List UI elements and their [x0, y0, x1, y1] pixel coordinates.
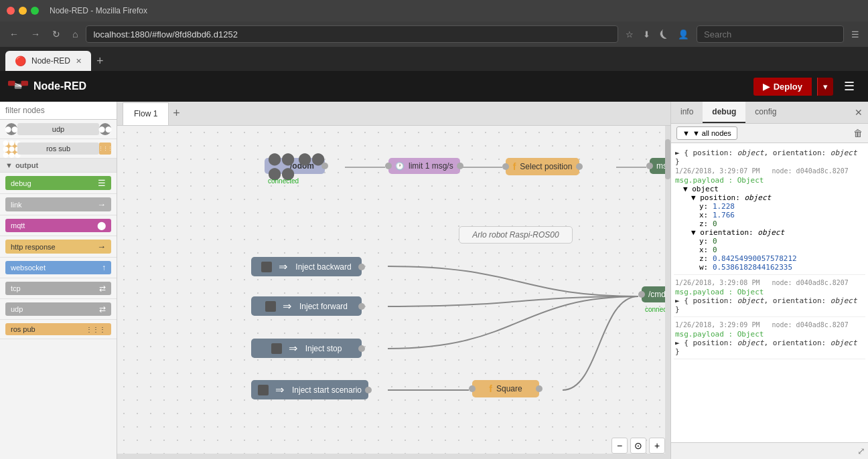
bottom-scrollbar[interactable]: [117, 454, 665, 459]
profile-btn[interactable]: 👤: [674, 27, 693, 41]
udp-icon-right: ⬤⬤: [99, 123, 111, 135]
inject-backward-port-indicator: [261, 262, 272, 272]
msgpayload-input-port: [646, 163, 653, 169]
node-sidebar: ⬤⬤ udp ⬤⬤ ⬤⬤⬤ ⬤⬤⬤ ⬤⬤⬤ ros sub ⋮⋮⋮ ▼ ou: [0, 102, 117, 459]
debug-expand-1[interactable]: ► { position: object, orientation: objec…: [675, 149, 864, 166]
debug-msg-label-1[interactable]: msg.payload : Object: [675, 176, 864, 185]
clear-debug-btn[interactable]: 🗑: [853, 128, 863, 139]
app-logo: Node-RED: [8, 80, 86, 93]
zoom-in-btn[interactable]: +: [649, 438, 665, 454]
inject-forward-label: Inject forward: [299, 302, 348, 311]
node-item-debug[interactable]: debug ☰: [0, 173, 117, 194]
browser-menu-btn[interactable]: ☰: [848, 27, 863, 41]
browser-search-input[interactable]: [697, 25, 844, 43]
inject-stop-node[interactable]: ⇒ Inject stop: [251, 339, 365, 358]
debug-msg-label-3[interactable]: msg.payload : Object: [675, 330, 864, 339]
address-bar[interactable]: [86, 25, 618, 43]
inject-scenario-node[interactable]: ⇒ Inject start scenario: [251, 380, 372, 399]
all-nodes-label: ▼ all nodes: [693, 129, 731, 137]
nav-icons: ☆ ⬇ ⏾ 👤: [622, 27, 693, 41]
maximize-window-btn[interactable]: [31, 7, 39, 15]
back-btn[interactable]: ←: [5, 26, 23, 42]
inject-scenario-label: Inject start scenario: [292, 385, 362, 395]
browser-tab[interactable]: 🔴 Node-RED ✕: [5, 51, 91, 71]
add-flow-btn[interactable]: +: [173, 106, 180, 120]
zoom-out-btn[interactable]: −: [611, 438, 628, 454]
debug-expand-3[interactable]: ► { position: object, orientation: objec…: [675, 339, 864, 356]
node-item-http-response[interactable]: http response →: [0, 236, 117, 258]
inject-backward-output-port: [358, 264, 365, 270]
node-item-ros-pub[interactable]: ros pub ⋮⋮⋮: [0, 320, 117, 339]
node-item-websocket[interactable]: websocket ↑: [0, 258, 117, 278]
flow-tab-1[interactable]: Flow 1: [123, 102, 169, 125]
output-category[interactable]: ▼ output: [0, 159, 117, 173]
flow-canvas: Flow 1 +: [117, 102, 670, 459]
odom-node[interactable]: ⬤⬤ ⬤⬤ ⬤⬤ /odom connected: [265, 158, 328, 174]
inject-stop-output-port: [358, 345, 365, 352]
inject-forward-port-indicator: [265, 301, 276, 312]
app-menu-btn[interactable]: ☰: [839, 76, 860, 96]
close-window-btn[interactable]: [7, 7, 15, 15]
tab-info-label: info: [680, 107, 693, 116]
debug-entry-1: ► { position: object, orientation: objec…: [674, 146, 865, 275]
tab-info[interactable]: info: [671, 102, 703, 123]
debug-msg-label-2[interactable]: msg.payload : Object: [675, 288, 864, 296]
right-panel-close-btn[interactable]: ✕: [849, 104, 868, 120]
debug-meta-1: 1/26/2018, 3:29:07 PM node: d040ad8c.820…: [675, 167, 864, 175]
browser-nav: ← → ↻ ⌂ ☆ ⬇ ⏾ 👤 ☰: [0, 21, 868, 47]
all-nodes-btn[interactable]: ▼ ▼ all nodes: [676, 126, 737, 140]
inject-backward-node[interactable]: ⇒ Inject backward: [251, 257, 365, 276]
deploy-dropdown-btn[interactable]: ▾: [817, 78, 833, 96]
zoom-fit-btn[interactable]: ⊙: [630, 438, 646, 454]
bookmarks-btn[interactable]: ☆: [622, 27, 637, 41]
deploy-icon: ▶: [763, 82, 770, 92]
y-value: 1.228: [713, 202, 735, 211]
node-item-mqtt[interactable]: mqtt ⬤: [0, 215, 117, 236]
forward-btn[interactable]: →: [27, 26, 44, 42]
node-item-ros-sub[interactable]: ⬤⬤⬤ ⬤⬤⬤ ⬤⬤⬤ ros sub ⋮⋮⋮: [0, 139, 117, 159]
canvas-scrollbar-thumb[interactable]: [665, 139, 670, 179]
canvas-area[interactable]: ⬤⬤ ⬤⬤ ⬤⬤ /odom connected 🕐 limit 1 msg/s: [117, 126, 670, 459]
right-panel-tabs: info debug config ✕: [671, 102, 868, 124]
limit-node[interactable]: 🕐 limit 1 msg/s: [385, 158, 463, 174]
rss-btn[interactable]: ⏾: [656, 27, 672, 41]
arlo-node[interactable]: Arlo robot Raspi-ROS00: [459, 226, 573, 244]
tab-title: Node-RED: [31, 56, 70, 66]
tree-orientation: ▼ orientation: object y: 0 x: 0 z: 0.842…: [691, 228, 864, 272]
nodered-tab-icon: 🔴: [15, 56, 26, 66]
filter-nodes-input[interactable]: [0, 102, 117, 120]
node-item-udp[interactable]: ⬤⬤ udp ⬤⬤: [0, 120, 117, 139]
app-header: Node-RED ▶ Deploy ▾ ☰: [0, 71, 868, 102]
square-input-port: [469, 385, 476, 392]
expand-panel-btn[interactable]: ⤢: [857, 446, 865, 456]
nodered-logo-icon: [8, 80, 28, 93]
select-input-port: [502, 163, 509, 170]
cmdvel-input-port: [638, 291, 645, 298]
debug-meta-2: 1/26/2018, 3:29:08 PM node: d040ad8c.820…: [675, 279, 864, 286]
node-item-link[interactable]: link →: [0, 194, 117, 215]
select-output-port: [576, 163, 583, 170]
canvas-scrollbar[interactable]: [665, 126, 670, 459]
deploy-button[interactable]: ▶ Deploy: [753, 78, 812, 96]
inject-stop-arrow-icon: ⇒: [289, 342, 297, 355]
minimize-window-btn[interactable]: [19, 7, 27, 15]
refresh-btn[interactable]: ↻: [48, 26, 64, 42]
select-node[interactable]: f Select position: [502, 158, 583, 175]
tab-config-label: config: [755, 107, 776, 116]
wires-svg: [117, 126, 670, 459]
odom-icon: ⬤⬤ ⬤⬤ ⬤⬤: [268, 151, 325, 181]
node-item-udp2[interactable]: udp ⇄: [0, 299, 117, 320]
inject-forward-arrow-icon: ⇒: [283, 300, 291, 312]
downloads-btn[interactable]: ⬇: [640, 27, 654, 41]
new-tab-btn[interactable]: +: [91, 54, 109, 68]
home-btn[interactable]: ⌂: [68, 26, 82, 42]
tab-config[interactable]: config: [745, 102, 786, 123]
tab-close-btn[interactable]: ✕: [76, 57, 82, 66]
oy-value: 0: [713, 237, 717, 246]
debug-expand-2[interactable]: ► { position: object, orientation: objec…: [675, 296, 864, 314]
app-container: Node-RED ▶ Deploy ▾ ☰ ⬤⬤ udp ⬤⬤: [0, 71, 868, 459]
inject-forward-node[interactable]: ⇒ Inject forward: [251, 296, 365, 316]
square-node[interactable]: f Square: [469, 380, 542, 397]
tab-debug[interactable]: debug: [703, 102, 745, 123]
node-item-tcp[interactable]: tcp ⇄: [0, 278, 117, 299]
